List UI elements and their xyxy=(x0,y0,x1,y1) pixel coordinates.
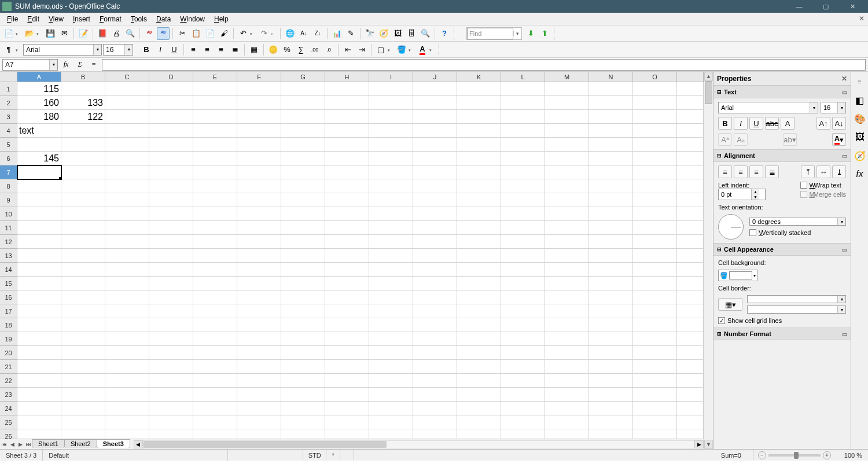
cell-N18[interactable] xyxy=(589,318,633,332)
cell-F19[interactable] xyxy=(237,332,281,346)
row-header-13[interactable]: 13 xyxy=(0,249,17,263)
cell-filler[interactable] xyxy=(677,374,704,388)
cell-E23[interactable] xyxy=(193,388,237,402)
tab-last-button[interactable]: ⏭ xyxy=(24,440,32,449)
cell-B2[interactable]: 133 xyxy=(61,96,105,110)
cell-H18[interactable] xyxy=(325,318,369,332)
sheet-tab-sheet1[interactable]: Sheet1 xyxy=(32,439,65,448)
cell-L11[interactable] xyxy=(501,221,545,235)
cell-M26[interactable] xyxy=(545,429,589,439)
cell-I9[interactable] xyxy=(369,193,413,207)
text-orientation-dial[interactable] xyxy=(718,214,744,240)
auto-spellcheck-button[interactable]: ᴬᴮ xyxy=(157,27,170,40)
cell-G8[interactable] xyxy=(281,179,325,193)
left-indent-spinner[interactable]: ▲▼ xyxy=(718,189,766,200)
orientation-degrees-combo[interactable]: ▾ xyxy=(749,218,846,226)
select-all-corner[interactable] xyxy=(0,72,17,82)
cell-G12[interactable] xyxy=(281,235,325,249)
cell-N5[interactable] xyxy=(589,138,633,152)
text-more-icon[interactable]: ▭ xyxy=(842,89,847,95)
cell-O19[interactable] xyxy=(633,332,677,346)
cell-A25[interactable] xyxy=(17,415,61,429)
cell-G13[interactable] xyxy=(281,249,325,263)
cell-G5[interactable] xyxy=(281,138,325,152)
border-style-combo[interactable]: ▾ xyxy=(747,295,846,303)
border-preset-button[interactable]: ▦▾ xyxy=(718,298,742,311)
cell-B22[interactable] xyxy=(61,374,105,388)
cell-O7[interactable] xyxy=(633,165,677,179)
vertical-scrollbar[interactable]: ▲ ▼ xyxy=(704,72,713,449)
cell-N24[interactable] xyxy=(589,402,633,415)
cell-K26[interactable] xyxy=(457,429,501,439)
cell-M14[interactable] xyxy=(545,263,589,277)
cell-N19[interactable] xyxy=(589,332,633,346)
cell-E14[interactable] xyxy=(193,263,237,277)
prop-strikethrough-button[interactable]: abc xyxy=(765,117,779,130)
cell-L8[interactable] xyxy=(501,179,545,193)
cell-F21[interactable] xyxy=(237,360,281,374)
cell-I2[interactable] xyxy=(369,96,413,110)
cell-I18[interactable] xyxy=(369,318,413,332)
cell-I5[interactable] xyxy=(369,138,413,152)
cell-B11[interactable] xyxy=(61,221,105,235)
cell-O23[interactable] xyxy=(633,388,677,402)
cell-I21[interactable] xyxy=(369,360,413,374)
sum-button[interactable]: Σ xyxy=(74,59,86,71)
navigator-icon[interactable]: 🧭 xyxy=(854,149,866,162)
cell-O3[interactable] xyxy=(633,110,677,124)
cell-E20[interactable] xyxy=(193,346,237,360)
styles-icon[interactable]: 🎨 xyxy=(854,112,866,125)
cell-F6[interactable] xyxy=(237,152,281,165)
cell-H17[interactable] xyxy=(325,304,369,318)
prop-underline-button[interactable]: U xyxy=(749,117,763,130)
cell-I16[interactable] xyxy=(369,290,413,304)
cell-F8[interactable] xyxy=(237,179,281,193)
cell-A19[interactable] xyxy=(17,332,61,346)
cell-M15[interactable] xyxy=(545,277,589,290)
cell-J7[interactable] xyxy=(413,165,457,179)
column-header-M[interactable]: M xyxy=(545,72,589,82)
cell-M23[interactable] xyxy=(545,388,589,402)
paste-button[interactable]: 📄 xyxy=(204,27,216,40)
cell-H3[interactable] xyxy=(325,110,369,124)
cell-G19[interactable] xyxy=(281,332,325,346)
cell-F20[interactable] xyxy=(237,346,281,360)
cell-G3[interactable] xyxy=(281,110,325,124)
cell-filler[interactable] xyxy=(677,138,704,152)
cell-E19[interactable] xyxy=(193,332,237,346)
sheet-tab-sheet2[interactable]: Sheet2 xyxy=(64,439,97,448)
cell-O1[interactable] xyxy=(633,82,677,96)
add-decimal-button[interactable]: .00 xyxy=(308,43,321,56)
wrap-text-checkbox[interactable]: WWrap text xyxy=(800,182,846,189)
print-preview-button[interactable]: 🔍 xyxy=(124,27,137,40)
cell-M21[interactable] xyxy=(545,360,589,374)
cell-D25[interactable] xyxy=(149,415,193,429)
cell-C16[interactable] xyxy=(105,290,149,304)
cell-E25[interactable] xyxy=(193,415,237,429)
cell-B26[interactable] xyxy=(61,429,105,439)
cell-G21[interactable] xyxy=(281,360,325,374)
find-dropdown[interactable]: ▾ xyxy=(513,31,521,36)
cell-B4[interactable] xyxy=(61,124,105,138)
cell-A9[interactable] xyxy=(17,193,61,207)
cell-filler[interactable] xyxy=(677,402,704,415)
cell-filler[interactable] xyxy=(677,207,704,221)
styles-button[interactable]: ¶▾ xyxy=(2,43,15,56)
cell-L20[interactable] xyxy=(501,346,545,360)
show-draw-functions-button[interactable]: ✎ xyxy=(344,27,357,40)
cell-H2[interactable] xyxy=(325,96,369,110)
cell-O4[interactable] xyxy=(633,124,677,138)
cell-F25[interactable] xyxy=(237,415,281,429)
cell-N2[interactable] xyxy=(589,96,633,110)
prop-valign-bottom-button[interactable]: ⤓ xyxy=(832,165,846,178)
cell-E13[interactable] xyxy=(193,249,237,263)
cell-I13[interactable] xyxy=(369,249,413,263)
cell-L25[interactable] xyxy=(501,415,545,429)
prop-align-justify-button[interactable]: ≣ xyxy=(765,165,779,178)
cell-J20[interactable] xyxy=(413,346,457,360)
copy-button[interactable]: 📋 xyxy=(190,27,203,40)
cell-B24[interactable] xyxy=(61,402,105,415)
cell-O13[interactable] xyxy=(633,249,677,263)
find-toolbar-overflow[interactable] xyxy=(554,27,557,40)
cell-K24[interactable] xyxy=(457,402,501,415)
